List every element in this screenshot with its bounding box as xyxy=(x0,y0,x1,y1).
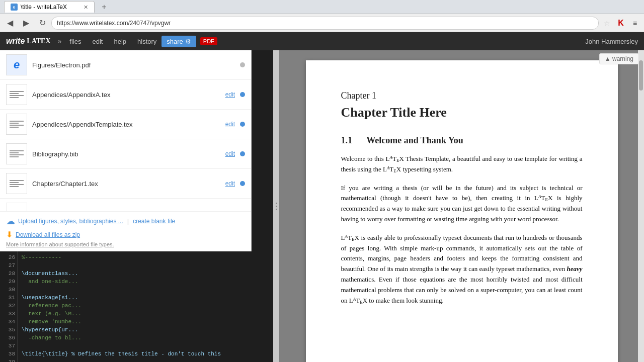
file-thumbnail xyxy=(6,84,27,105)
file-info-link[interactable]: More information about supported file ty… xyxy=(6,241,245,247)
download-row: ⬇ Download all files as zip xyxy=(6,230,245,239)
file-status-dot xyxy=(240,151,245,156)
nav-help[interactable]: help xyxy=(109,36,131,47)
file-edit-link[interactable]: edit xyxy=(225,121,235,128)
browser-titlebar: e \title - writeLaTeX ✕ + xyxy=(0,0,644,14)
browser-navbar: ◀ ▶ ↻ https://www.writelatex.com/240747/… xyxy=(0,14,644,32)
file-edit-link[interactable]: edit xyxy=(225,150,235,157)
pdf-scrollbar[interactable] xyxy=(638,50,644,362)
download-icon: ⬇ xyxy=(6,230,13,239)
forward-button[interactable]: ▶ xyxy=(19,16,33,30)
refresh-button[interactable]: ↻ xyxy=(35,16,49,30)
new-tab-button[interactable]: + xyxy=(99,2,110,13)
pdf-scroll-thumb[interactable] xyxy=(639,60,643,90)
section-number: 1.1 xyxy=(341,135,353,145)
separator: | xyxy=(127,218,129,225)
file-thumbnail xyxy=(6,143,27,164)
list-item[interactable] xyxy=(0,199,251,211)
url-text: https://www.writelatex.com/240747/vpvgwr xyxy=(57,20,171,27)
upload-icon: ☁ xyxy=(6,216,15,227)
file-name: Chapters/Chapter1.tex xyxy=(32,180,220,188)
pdf-preview[interactable]: Chapter 1 Chapter Title Here 1.1 Welcome… xyxy=(279,50,644,362)
logo-latex: LATEX xyxy=(27,37,50,45)
upload-row: ☁ Upload figures, styles, bibliographies… xyxy=(6,216,245,227)
file-status-dot xyxy=(240,62,245,67)
file-status-dot xyxy=(240,92,245,97)
tab-close-button[interactable]: ✕ xyxy=(84,4,88,11)
file-status-dot xyxy=(240,181,245,186)
electron-icon: e xyxy=(14,58,20,71)
address-bar[interactable]: https://www.writelatex.com/240747/vpvgwr xyxy=(51,17,599,30)
file-edit-link[interactable]: edit xyxy=(225,180,235,187)
tab-favicon: e xyxy=(11,4,18,11)
share-label: share xyxy=(167,38,183,45)
file-list[interactable]: e Figures/Electron.pdf Appendices/Append… xyxy=(0,50,251,211)
pdf-paragraph-1: Welcome to this LATEX Thesis Template, a… xyxy=(341,154,583,175)
list-item[interactable]: Bibliography.bib edit xyxy=(0,139,251,169)
logo-write: write xyxy=(6,37,25,46)
nav-history[interactable]: history xyxy=(132,36,162,47)
list-item[interactable]: Appendices/AppendixA.tex edit xyxy=(0,80,251,110)
chapter-title: Chapter Title Here xyxy=(341,105,583,120)
list-item[interactable]: e Figures/Electron.pdf xyxy=(0,50,251,80)
file-edit-link[interactable]: edit xyxy=(225,91,235,98)
app-nav: files edit help history xyxy=(64,36,162,47)
section-title-text: Welcome and Thank You xyxy=(366,135,463,145)
splitter-dot xyxy=(276,209,277,210)
app-logo: writeLATEX xyxy=(6,37,51,46)
share-button[interactable]: share ⚙ xyxy=(162,36,196,47)
pdf-paragraph-3: LATEX is easily able to professionally t… xyxy=(341,233,583,306)
main-layout: 123 456 789 101112 131415 161718 192021 … xyxy=(0,50,644,362)
nav-files[interactable]: files xyxy=(64,36,86,47)
file-thumbnail xyxy=(6,203,27,211)
warning-badge[interactable]: ▲ warning xyxy=(599,53,639,64)
file-panel-bottom: ☁ Upload figures, styles, bibliographies… xyxy=(0,211,251,251)
share-icon: ⚙ xyxy=(185,38,191,45)
download-link[interactable]: Download all files as zip xyxy=(16,231,80,238)
editor-splitter[interactable] xyxy=(273,50,279,362)
file-name: Appendices/AppendixTemplate.tex xyxy=(32,121,220,128)
menu-icon[interactable]: ≡ xyxy=(629,17,641,29)
user-name: John Hammersley xyxy=(585,38,638,45)
file-status-dot xyxy=(240,122,245,127)
nav-edit[interactable]: edit xyxy=(87,36,108,47)
bookmark-icon[interactable]: ☆ xyxy=(601,17,613,29)
create-blank-link[interactable]: create blank file xyxy=(133,218,175,225)
splitter-dot xyxy=(276,206,277,207)
list-item[interactable]: Chapters/Chapter1.tex edit xyxy=(0,169,251,199)
file-name: Bibliography.bib xyxy=(32,150,220,158)
kaspersky-icon[interactable]: K xyxy=(615,17,627,29)
splitter-dot xyxy=(276,203,277,204)
file-thumbnail xyxy=(6,173,27,194)
pdf-button[interactable]: PDF xyxy=(200,37,217,45)
browser-tab[interactable]: e \title - writeLaTeX ✕ xyxy=(4,1,95,13)
section-title: 1.1 Welcome and Thank You xyxy=(341,135,583,146)
file-name: Figures/Electron.pdf xyxy=(32,61,235,69)
chapter-label: Chapter 1 xyxy=(341,90,583,101)
file-thumbnail xyxy=(6,114,27,135)
back-button[interactable]: ◀ xyxy=(3,16,17,30)
file-panel: e Figures/Electron.pdf Appendices/Append… xyxy=(0,50,252,251)
file-thumbnail: e xyxy=(6,54,27,75)
pdf-paragraph-2: If you are writing a thesis (or will be … xyxy=(341,183,583,225)
logo-arrow: » xyxy=(58,37,62,45)
nav-right-icons: ☆ K ≡ xyxy=(601,17,641,29)
upload-link[interactable]: Upload figures, styles, bibliographies .… xyxy=(18,218,123,225)
file-name: Appendices/AppendixA.tex xyxy=(32,91,220,99)
tab-title: \title - writeLaTeX xyxy=(21,4,67,11)
app-header: writeLATEX » files edit help history sha… xyxy=(0,32,644,50)
pdf-page: Chapter 1 Chapter Title Here 1.1 Welcome… xyxy=(306,60,618,362)
list-item[interactable]: Appendices/AppendixTemplate.tex edit xyxy=(0,110,251,139)
